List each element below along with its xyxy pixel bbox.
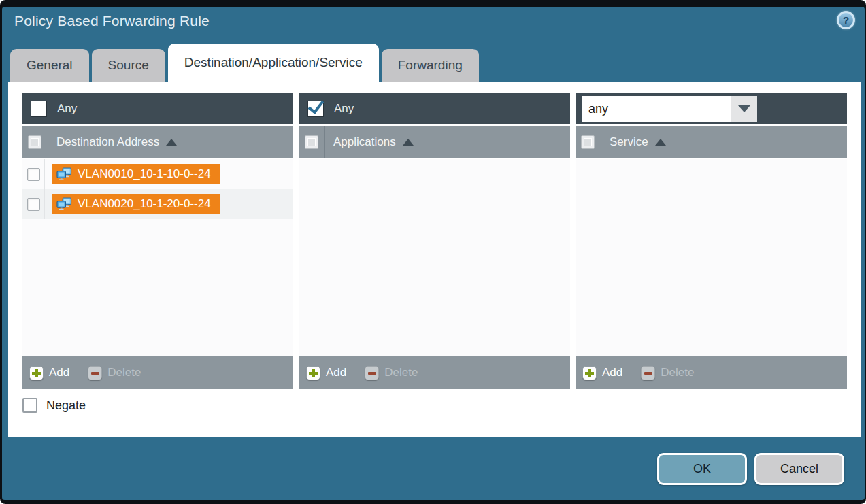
address-tag-label: VLAN0020_10-1-20-0--24: [78, 197, 211, 211]
address-tag[interactable]: VLAN0020_10-1-20-0--24: [52, 194, 220, 214]
header-divider: [601, 126, 601, 158]
add-icon: [582, 366, 597, 380]
delete-icon: [641, 366, 655, 380]
sort-asc-icon[interactable]: [655, 139, 666, 146]
service-select-bar: [576, 93, 847, 124]
table-row[interactable]: VLAN0010_10-1-10-0--24: [22, 159, 293, 189]
help-icon[interactable]: ?: [837, 11, 855, 29]
row-checkbox[interactable]: [27, 198, 40, 211]
delete-icon: [365, 366, 379, 380]
chevron-down-icon: [738, 105, 750, 112]
destination-address-list: VLAN0010_10-1-10-0--24 VLAN0020_10-1-20-…: [22, 159, 293, 356]
service-select-input[interactable]: [582, 96, 731, 122]
sort-asc-icon[interactable]: [403, 139, 414, 146]
address-tag[interactable]: VLAN0010_10-1-10-0--24: [52, 164, 220, 184]
add-destination-button[interactable]: Add: [29, 366, 69, 380]
sort-asc-icon[interactable]: [166, 139, 177, 146]
negate-checkbox[interactable]: [22, 398, 37, 413]
applications-column: Any Applications Add Delete: [299, 93, 570, 389]
destination-any-checkbox[interactable]: [31, 101, 47, 117]
table-row[interactable]: VLAN0020_10-1-20-0--24: [22, 189, 293, 219]
destination-column-header: Destination Address: [22, 126, 293, 158]
negate-option[interactable]: Negate: [22, 398, 86, 413]
destination-footer: Add Delete: [22, 356, 293, 389]
delete-service-button[interactable]: Delete: [641, 366, 694, 380]
network-computers-icon: [56, 197, 73, 212]
applications-any-checkbox[interactable]: [307, 101, 324, 117]
row-checkbox-cell: [22, 189, 45, 219]
destination-any-label: Any: [57, 102, 77, 116]
applications-any-label: Any: [334, 102, 354, 116]
delete-icon: [88, 366, 102, 380]
applications-footer: Add Delete: [299, 356, 570, 389]
header-divider: [324, 126, 325, 158]
tab-forwarding[interactable]: Forwarding: [382, 49, 479, 82]
address-tag-label: VLAN0010_10-1-10-0--24: [78, 167, 211, 181]
delete-application-button[interactable]: Delete: [365, 366, 418, 380]
service-header-label[interactable]: Service: [610, 135, 648, 149]
applications-list: [299, 159, 570, 356]
cancel-button[interactable]: Cancel: [754, 453, 844, 485]
negate-label: Negate: [46, 399, 86, 413]
destination-address-column: Any Destination Address VLAN0010_10-1-1: [22, 93, 293, 389]
applications-select-all-checkbox[interactable]: [305, 135, 318, 149]
destination-header-label[interactable]: Destination Address: [56, 135, 159, 149]
applications-header-label[interactable]: Applications: [333, 135, 396, 149]
service-column: Service Add Delete: [576, 93, 847, 389]
add-icon: [29, 366, 44, 380]
service-footer: Add Delete: [576, 356, 847, 389]
service-select-all-checkbox[interactable]: [581, 135, 595, 149]
tab-source[interactable]: Source: [92, 49, 165, 82]
add-icon: [306, 366, 320, 380]
service-combo: [582, 96, 757, 122]
policy-forwarding-dialog: Policy Based Forwarding Rule ? General S…: [0, 0, 866, 504]
tab-bar: General Source Destination/Application/S…: [10, 44, 479, 82]
destination-select-all-checkbox[interactable]: [28, 135, 41, 149]
service-column-header: Service: [576, 126, 847, 158]
add-application-button[interactable]: Add: [306, 366, 346, 380]
row-checkbox[interactable]: [27, 168, 40, 181]
service-dropdown-button[interactable]: [731, 96, 757, 122]
tab-general[interactable]: General: [10, 49, 89, 82]
header-divider: [48, 126, 48, 158]
network-computers-icon: [56, 167, 73, 182]
applications-any-bar: Any: [299, 93, 570, 124]
row-checkbox-cell: [22, 159, 45, 189]
add-service-button[interactable]: Add: [582, 366, 622, 380]
applications-column-header: Applications: [299, 126, 570, 158]
destination-any-bar: Any: [22, 93, 293, 124]
service-list: [576, 159, 847, 356]
ok-button[interactable]: OK: [657, 453, 747, 485]
delete-destination-button[interactable]: Delete: [88, 366, 141, 380]
page-title: Policy Based Forwarding Rule: [14, 13, 210, 29]
tab-destination-application-service[interactable]: Destination/Application/Service: [168, 44, 379, 82]
